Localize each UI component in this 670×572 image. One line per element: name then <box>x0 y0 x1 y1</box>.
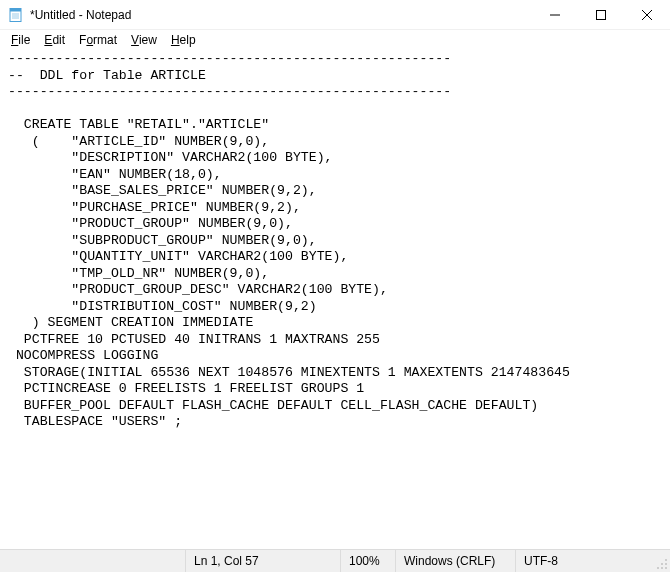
menu-file[interactable]: File <box>4 32 37 48</box>
svg-point-9 <box>665 559 667 561</box>
minimize-button[interactable] <box>532 0 578 30</box>
svg-point-13 <box>661 567 663 569</box>
menu-help[interactable]: Help <box>164 32 203 48</box>
svg-point-14 <box>657 567 659 569</box>
window-title: *Untitled - Notepad <box>30 8 532 22</box>
status-zoom: 100% <box>340 550 395 572</box>
menu-edit[interactable]: Edit <box>37 32 72 48</box>
notepad-icon <box>8 7 24 23</box>
text-editor[interactable]: ----------------------------------------… <box>0 50 670 549</box>
status-encoding: UTF-8 <box>515 550 652 572</box>
svg-rect-6 <box>597 11 606 20</box>
svg-rect-1 <box>10 8 21 11</box>
menu-bar: File Edit Format View Help <box>0 30 670 50</box>
svg-point-10 <box>665 563 667 565</box>
menu-view[interactable]: View <box>124 32 164 48</box>
status-caret-position: Ln 1, Col 57 <box>185 550 340 572</box>
status-bar: Ln 1, Col 57 100% Windows (CRLF) UTF-8 <box>0 549 670 572</box>
resize-grip[interactable] <box>652 550 670 572</box>
menu-format[interactable]: Format <box>72 32 124 48</box>
window-controls <box>532 0 670 29</box>
title-bar: *Untitled - Notepad <box>0 0 670 30</box>
status-spacer <box>0 550 185 572</box>
svg-point-12 <box>665 567 667 569</box>
status-line-ending: Windows (CRLF) <box>395 550 515 572</box>
maximize-button[interactable] <box>578 0 624 30</box>
svg-point-11 <box>661 563 663 565</box>
close-button[interactable] <box>624 0 670 30</box>
